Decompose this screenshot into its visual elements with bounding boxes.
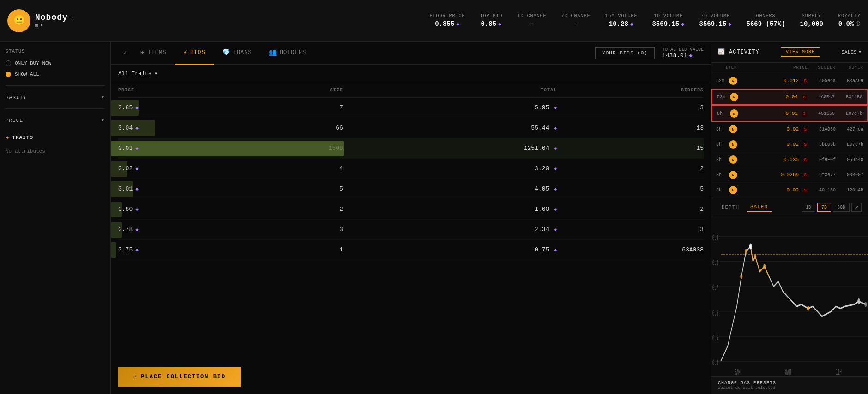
activity-seller: bbE03b — [808, 142, 836, 147]
items-icon: ⊞ — [140, 48, 145, 56]
activity-row[interactable]: 8h N 0.02 S 401150 E07c7b — [711, 105, 868, 122]
show-all-option[interactable]: SHOW ALL — [6, 69, 105, 80]
table-row[interactable]: 0.03 ◆ 1508 1251.64 ◆ 15 — [118, 138, 704, 159]
bids-icon: ⚡ — [183, 48, 187, 56]
activity-price: 0.02 S — [776, 126, 808, 132]
bid-price-cell: 0.78 ◆ — [118, 220, 249, 240]
table-row[interactable]: 0.78 ◆ 3 2.34 ◆ 3 — [118, 220, 704, 240]
svg-text:0.8: 0.8 — [712, 259, 718, 267]
svg-point-17 — [763, 264, 766, 269]
time-btn-7d[interactable]: 7D — [817, 203, 831, 212]
traits-header: ✦ TRAITS — [6, 133, 105, 141]
tab-holders[interactable]: 👥 HOLDERS — [260, 42, 314, 65]
show-all-radio[interactable] — [6, 72, 11, 77]
svg-point-18 — [807, 306, 809, 311]
activity-row[interactable]: 8h N 0.02 S 81A050 427fca — [711, 122, 868, 137]
table-row[interactable]: 0.01 ◆ 5 4.05 ◆ 5 — [118, 179, 704, 199]
tab-bids[interactable]: ⚡ BIDS — [175, 42, 213, 65]
bid-price-cell: 0.75 ◆ — [118, 240, 249, 260]
item-avatar: N — [729, 125, 737, 133]
sales-chevron-icon: ▾ — [858, 49, 862, 55]
nav-arrow-left[interactable]: ‹ — [118, 49, 132, 57]
activity-buyer: 120b4B — [836, 188, 863, 193]
all-traits-button[interactable]: All Traits ▾ — [118, 70, 157, 77]
activity-seller: 401150 — [807, 111, 835, 116]
activity-time: 8h — [716, 127, 729, 132]
rarity-section[interactable]: RARITY ▾ — [6, 91, 105, 103]
chart-tab-sales[interactable]: SALES — [747, 202, 772, 212]
tabs-left: ⊞ ITEMS ⚡ BIDS 💎 LOANS 👥 HOLDERS — [132, 42, 314, 65]
activity-seller: 81A050 — [808, 127, 836, 132]
svg-text:0.7: 0.7 — [712, 284, 718, 292]
volume-1d-stat: 1D VOLUME 3569.15 ◆ — [652, 13, 684, 28]
expand-chart-button[interactable]: ⤢ — [851, 203, 862, 212]
sales-dropdown[interactable]: SALES ▾ — [841, 49, 862, 55]
chart-area: DEPTH SALES 1D 7D 30D ⤢ — [711, 198, 868, 394]
activity-header: 📈 ACTIVITY VIEW MORE SALES ▾ — [711, 42, 868, 63]
bid-size-cell: 7 — [249, 98, 343, 118]
activity-time: 8h — [716, 173, 729, 178]
collection-logo: 😐 — [7, 9, 30, 32]
chart-tab-depth[interactable]: DEPTH — [718, 203, 743, 212]
tab-loans[interactable]: 💎 LOANS — [214, 42, 260, 65]
time-btn-1d[interactable]: 1D — [802, 203, 815, 212]
table-row[interactable]: 0.80 ◆ 2 1.60 ◆ 2 — [118, 199, 704, 220]
tab-items[interactable]: ⊞ ITEMS — [132, 42, 175, 65]
eth-icon: ◆ — [456, 21, 459, 28]
right-panel: 📈 ACTIVITY VIEW MORE SALES ▾ ITEM PRICE … — [711, 42, 868, 394]
change-7d-stat: 7D CHANGE - — [561, 13, 590, 28]
activity-row[interactable]: 8h N 0.02 S 401150 120b4B — [711, 183, 868, 198]
only-buy-now-option[interactable]: ONLY BUY NOW — [6, 58, 105, 69]
item-avatar: N — [729, 171, 737, 179]
activity-rows: 52m N 0.012 S 505e4a B3aA99 53m N 0.04 S… — [711, 73, 868, 198]
bid-total-cell: 4.05 ◆ — [343, 179, 557, 199]
activity-buyer: B311B0 — [835, 95, 862, 100]
svg-point-20 — [865, 302, 867, 307]
table-row[interactable]: 0.02 ◆ 4 3.20 ◆ 2 — [118, 159, 704, 179]
bid-price-cell: 0.01 ◆ — [118, 179, 249, 199]
only-buy-now-radio[interactable] — [6, 60, 11, 66]
activity-row[interactable]: 8h N 0.0269 S 9f3e77 00B007 — [711, 167, 868, 183]
activity-row[interactable]: 52m N 0.012 S 505e4a B3aA99 — [711, 73, 868, 89]
activity-time: 8h — [717, 111, 730, 116]
time-btn-30d[interactable]: 30D — [833, 203, 850, 212]
table-row[interactable]: 0.85 ◆ 7 5.95 ◆ 3 — [118, 98, 704, 118]
activity-buyer: 00B007 — [836, 173, 863, 178]
chart-time-buttons: 1D 7D 30D ⤢ — [802, 203, 862, 212]
bid-total-cell: 55.44 ◆ — [343, 118, 557, 138]
bid-bidders-cell: 5 — [557, 179, 704, 199]
price-section[interactable]: PRICE ▾ — [6, 114, 105, 126]
royalty-stat: ROYALTY 0.0% ⓘ — [838, 13, 861, 28]
activity-price: 0.02 S — [776, 187, 808, 193]
traits-icon: ✦ — [6, 133, 9, 141]
activity-item: N — [729, 77, 776, 85]
chart-header: DEPTH SALES 1D 7D 30D ⤢ — [711, 198, 868, 216]
rarity-chevron-icon: ▾ — [101, 94, 105, 100]
top-bid-value: 0.85 ◆ — [481, 20, 501, 28]
traits-section: ✦ TRAITS No attributes — [6, 133, 105, 158]
table-row[interactable]: 0.75 ◆ 1 0.75 ◆ 63A038 — [118, 240, 704, 260]
bids-table-wrapper[interactable]: PRICE SIZE TOTAL BIDDERS 0.85 ◆ 7 5.95 — [111, 83, 711, 359]
bids-table-header: PRICE SIZE TOTAL BIDDERS — [118, 83, 704, 98]
place-collection-bid-button[interactable]: ⚡ PLACE COLLECTION BID — [118, 367, 241, 387]
view-toggle[interactable]: ⊞ ▾ — [35, 22, 74, 28]
col-price-header: PRICE — [118, 83, 249, 98]
your-bids-button[interactable]: YOUR BIDS (0) — [595, 47, 655, 59]
table-row[interactable]: 0.04 ◆ 66 55.44 ◆ 13 — [118, 118, 704, 138]
supply-stat: SUPPLY 10,000 — [800, 13, 823, 28]
svg-point-13 — [740, 274, 742, 279]
floor-price-label: FLOOR PRICE — [429, 13, 465, 18]
col-total-header: TOTAL — [343, 83, 557, 98]
view-more-button[interactable]: VIEW MORE — [781, 47, 820, 57]
bid-total-cell: 2.34 ◆ — [343, 220, 557, 240]
item-avatar: N — [729, 77, 737, 85]
favorite-icon[interactable]: ☆ — [71, 14, 74, 22]
sidebar-divider-2 — [6, 108, 105, 109]
svg-text:0.5: 0.5 — [712, 334, 718, 342]
activity-row[interactable]: 8h N 0.035 S 0f9E0f 059b40 — [711, 152, 868, 167]
sidebar-divider-1 — [6, 85, 105, 86]
header-stats: FLOOR PRICE 0.855 ◆ TOP BID 0.85 ◆ 1D CH… — [96, 13, 861, 28]
activity-row[interactable]: 53m N 0.04 S 4A0Bc7 B311B0 — [711, 89, 868, 105]
activity-row[interactable]: 8h N 0.02 S bbE03b E07c7b — [711, 137, 868, 152]
activity-table-wrapper[interactable]: 52m N 0.012 S 505e4a B3aA99 53m N 0.04 S… — [711, 73, 868, 198]
